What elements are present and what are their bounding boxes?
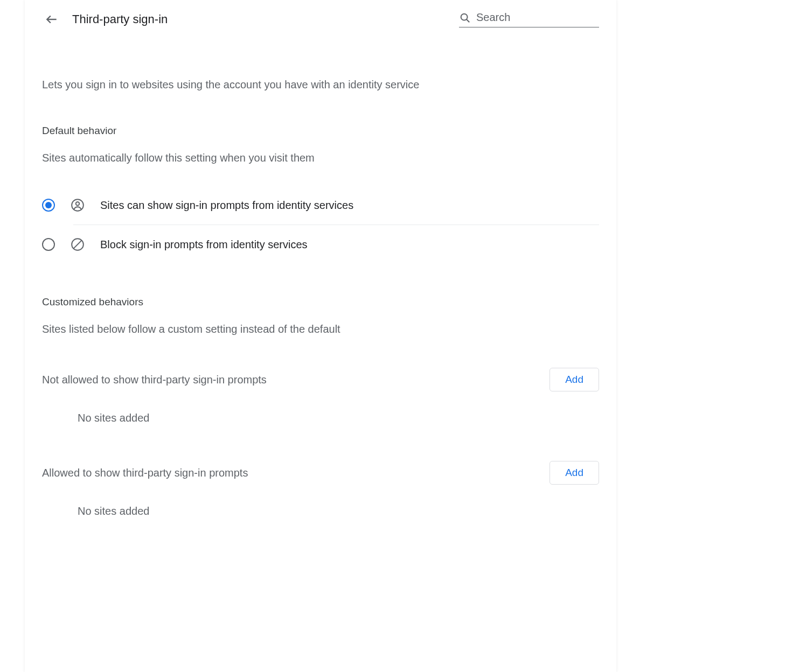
radio-block-prompts[interactable]: Block sign-in prompts from identity serv… [42, 225, 599, 264]
customized-behaviors-subtitle: Sites listed below follow a custom setti… [42, 323, 599, 335]
allowed-section: Allowed to show third-party sign-in prom… [42, 450, 599, 543]
radio-group: Sites can show sign-in prompts from iden… [42, 186, 599, 264]
page-description: Lets you sign in to websites using the a… [42, 76, 599, 93]
svg-point-1 [461, 13, 468, 20]
radio-button-unselected[interactable] [42, 238, 55, 251]
radio-block-label: Block sign-in prompts from identity serv… [100, 239, 308, 251]
radio-button-selected[interactable] [42, 199, 55, 212]
svg-line-6 [73, 240, 81, 248]
customized-behaviors-section: Customized behaviors Sites listed below … [42, 296, 599, 543]
page-title: Third-party sign-in [72, 12, 168, 26]
add-not-allowed-button[interactable]: Add [549, 368, 599, 391]
block-icon [70, 237, 85, 252]
header-row: Third-party sign-in [25, 0, 616, 39]
radio-allow-label: Sites can show sign-in prompts from iden… [100, 199, 353, 212]
allowed-label: Allowed to show third-party sign-in prom… [42, 467, 248, 479]
default-behavior-section: Default behavior Sites automatically fol… [42, 125, 599, 264]
not-allowed-label: Not allowed to show third-party sign-in … [42, 374, 267, 386]
back-button[interactable] [42, 10, 61, 29]
allowed-empty-text: No sites added [42, 495, 599, 543]
not-allowed-section: Not allowed to show third-party sign-in … [42, 357, 599, 450]
settings-card: Third-party sign-in Lets you sign in to … [25, 0, 616, 672]
customized-behaviors-title: Customized behaviors [42, 296, 599, 308]
search-container[interactable] [459, 11, 599, 27]
add-allowed-button[interactable]: Add [549, 461, 599, 485]
default-behavior-subtitle: Sites automatically follow this setting … [42, 152, 599, 164]
radio-allow-prompts[interactable]: Sites can show sign-in prompts from iden… [42, 186, 599, 225]
svg-line-2 [467, 19, 469, 22]
search-input[interactable] [476, 11, 599, 24]
svg-point-4 [76, 202, 80, 206]
default-behavior-title: Default behavior [42, 125, 599, 137]
arrow-left-icon [45, 12, 59, 26]
search-icon [459, 12, 471, 24]
not-allowed-empty-text: No sites added [42, 402, 599, 450]
person-circle-icon [70, 198, 85, 213]
